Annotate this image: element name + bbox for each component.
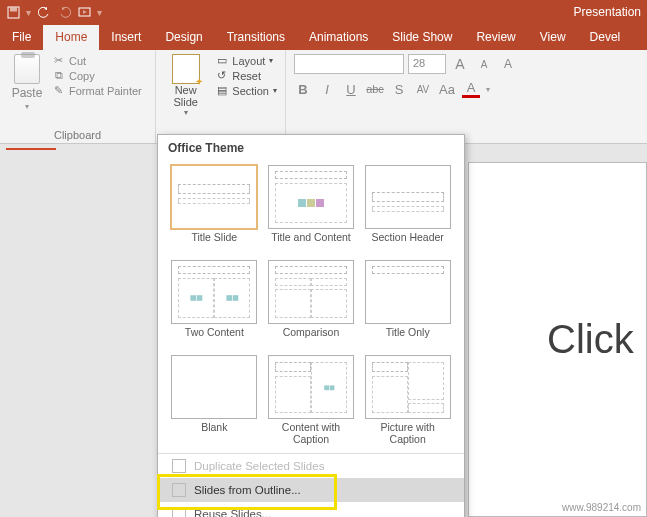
layout-blank[interactable]: Blank [166,351,263,447]
layout-title-slide[interactable]: Title Slide [166,161,263,256]
slide-canvas[interactable]: Click [468,162,647,517]
quick-access-toolbar: ▾ ▾ [6,5,102,19]
copy-icon: ⧉ [52,69,65,82]
grow-font-button[interactable]: A [450,54,470,74]
tab-transitions[interactable]: Transitions [215,25,297,50]
clear-format-button[interactable]: A [498,54,518,74]
paste-button[interactable]: Paste ▾ [8,54,46,111]
clipboard-group-label: Clipboard [8,127,147,141]
tab-design[interactable]: Design [153,25,214,50]
reuse-icon [172,507,186,517]
brush-icon: ✎ [52,84,65,97]
change-case-button[interactable]: Aa [438,82,456,97]
layout-button[interactable]: ▭Layout▾ [215,54,277,67]
tab-review[interactable]: Review [464,25,527,50]
start-from-beginning-icon[interactable] [77,5,91,19]
slides-group: New Slide ▾ ▭Layout▾ ↺Reset ▤Section▾ [156,50,286,143]
font-group: 28 A A A B I U abc S AV Aa A ▾ [286,50,647,143]
font-color-button[interactable]: A [462,80,480,98]
shrink-font-button[interactable]: A [474,54,494,74]
layout-content-with-caption[interactable]: Content with Caption [263,351,360,447]
new-slide-dropdown: Office Theme Title Slide Title and Conte… [157,134,465,517]
section-button[interactable]: ▤Section▾ [215,84,277,97]
bold-button[interactable]: B [294,82,312,97]
new-slide-button[interactable]: New Slide ▾ [164,54,207,117]
layout-title-and-content[interactable]: Title and Content [263,161,360,256]
qat-dropdown-icon[interactable]: ▾ [97,7,102,18]
format-painter-button[interactable]: ✎Format Painter [52,84,142,97]
save-icon[interactable] [6,5,20,19]
thumbnail-pane[interactable] [0,144,150,517]
tab-home[interactable]: Home [43,25,99,50]
cut-button[interactable]: ✂Cut [52,54,142,67]
layout-comparison[interactable]: Comparison [263,256,360,351]
tab-insert[interactable]: Insert [99,25,153,50]
scissors-icon: ✂ [52,54,65,67]
layout-picture-with-caption[interactable]: Picture with Caption [359,351,456,447]
layout-icon: ▭ [215,54,228,67]
italic-button[interactable]: I [318,82,336,97]
paste-icon [14,54,40,84]
undo-icon[interactable] [37,5,51,19]
char-spacing-button[interactable]: AV [414,84,432,95]
paste-label: Paste [12,86,43,100]
strikethrough-button[interactable]: abc [366,83,384,95]
font-size-combo[interactable]: 28 [408,54,446,74]
qat-separator: ▾ [26,7,31,18]
underline-button[interactable]: U [342,82,360,97]
clipboard-group: Paste ▾ ✂Cut ⧉Copy ✎Format Painter Clipb… [0,50,156,143]
duplicate-slides-item: Duplicate Selected Slides [158,454,464,478]
title-bar: ▾ ▾ Presentation [0,0,647,24]
copy-button[interactable]: ⧉Copy [52,69,142,82]
new-slide-icon [172,54,200,84]
layout-section-header[interactable]: Section Header [359,161,456,256]
title-placeholder[interactable]: Click [547,317,634,362]
dropdown-header: Office Theme [158,135,464,161]
tab-developer[interactable]: Devel [578,25,633,50]
ribbon-tabs: File Home Insert Design Transitions Anim… [0,24,647,50]
tab-animations[interactable]: Animations [297,25,380,50]
tab-view[interactable]: View [528,25,578,50]
tab-file[interactable]: File [0,25,43,50]
section-icon: ▤ [215,84,228,97]
insertion-marker [6,148,56,150]
ribbon: Paste ▾ ✂Cut ⧉Copy ✎Format Painter Clipb… [0,50,647,144]
tab-slideshow[interactable]: Slide Show [380,25,464,50]
watermark: www.989214.com [562,502,641,513]
redo-icon[interactable] [57,5,71,19]
duplicate-icon [172,459,186,473]
document-title: Presentation [574,5,641,19]
reset-icon: ↺ [215,69,228,82]
new-slide-dropdown-icon[interactable]: ▾ [184,108,188,117]
paste-dropdown-icon[interactable]: ▾ [25,102,29,111]
layout-two-content[interactable]: Two Content [166,256,263,351]
slides-from-outline-item[interactable]: Slides from Outline... [158,478,464,502]
layout-gallery: Title Slide Title and Content Section He… [158,161,464,451]
text-shadow-button[interactable]: S [390,82,408,97]
svg-rect-1 [10,7,17,11]
font-name-combo[interactable] [294,54,404,74]
layout-title-only[interactable]: Title Only [359,256,456,351]
outline-icon [172,483,186,497]
reuse-slides-item[interactable]: Reuse Slides... [158,502,464,517]
reset-button[interactable]: ↺Reset [215,69,277,82]
